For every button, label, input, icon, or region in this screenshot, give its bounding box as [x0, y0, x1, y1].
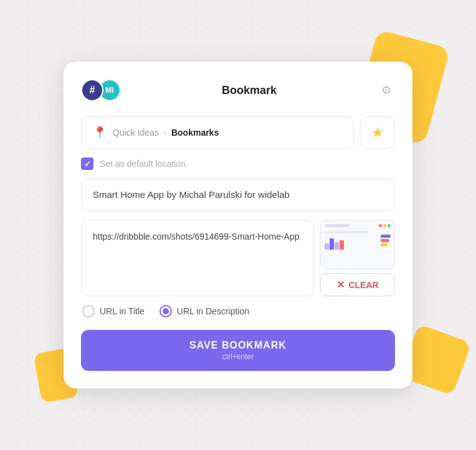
radio-row: URL in Title URL in Description	[81, 305, 395, 317]
radio-outer-description	[159, 305, 172, 317]
checkbox-label: Set as default location.	[100, 159, 188, 169]
breadcrumb-parent: Quick Ideas	[113, 128, 159, 138]
radio-url-in-title[interactable]: URL in Title	[82, 305, 145, 317]
title-input-wrap	[81, 179, 395, 211]
url-preview-thumbnail	[320, 220, 395, 270]
star-button[interactable]: ★	[360, 116, 395, 149]
avatars: # MI	[81, 79, 121, 101]
checkbox-row: ✓ Set as default location.	[81, 157, 395, 170]
bookmark-card: # MI Bookmark ⚙ 📍 Quick Ideas › Bookmark…	[64, 62, 412, 388]
save-bookmark-button[interactable]: SAVE BOOKMARK ctrl+enter	[81, 330, 395, 371]
radio-url-in-description[interactable]: URL in Description	[159, 305, 249, 317]
star-icon: ★	[371, 124, 384, 141]
clear-button[interactable]: ✕ CLEAR	[320, 273, 395, 296]
breadcrumb: Quick Ideas › Bookmarks	[113, 128, 219, 138]
checkbox-check-icon: ✓	[84, 159, 91, 169]
breadcrumb-arrow-icon: ›	[164, 128, 166, 137]
page-title: Bookmark	[121, 84, 378, 97]
location-breadcrumb[interactable]: 📍 Quick Ideas › Bookmarks	[81, 116, 354, 149]
location-row: 📍 Quick Ideas › Bookmarks ★	[81, 116, 395, 149]
preview-column: ✕ CLEAR	[320, 220, 395, 296]
radio-inner-description	[163, 308, 169, 314]
radio-label-title: URL in Title	[100, 306, 145, 316]
radio-label-description: URL in Description	[177, 306, 249, 316]
default-location-checkbox[interactable]: ✓	[81, 157, 93, 170]
avatar-hash: #	[81, 79, 103, 101]
url-input-wrap	[81, 220, 314, 296]
location-pin-icon: 📍	[93, 126, 107, 139]
save-bookmark-hint: ctrl+enter	[222, 352, 254, 361]
clear-x-icon: ✕	[336, 279, 345, 291]
clear-label: CLEAR	[348, 280, 378, 290]
save-bookmark-label: SAVE BOOKMARK	[189, 340, 287, 351]
url-row: ✕ CLEAR	[81, 220, 395, 296]
breadcrumb-current: Bookmarks	[171, 128, 219, 138]
card-header: # MI Bookmark ⚙	[81, 79, 395, 101]
title-input[interactable]	[93, 189, 383, 200]
radio-outer-title	[82, 305, 95, 317]
url-input[interactable]	[93, 230, 302, 270]
gear-icon[interactable]: ⚙	[378, 82, 395, 99]
